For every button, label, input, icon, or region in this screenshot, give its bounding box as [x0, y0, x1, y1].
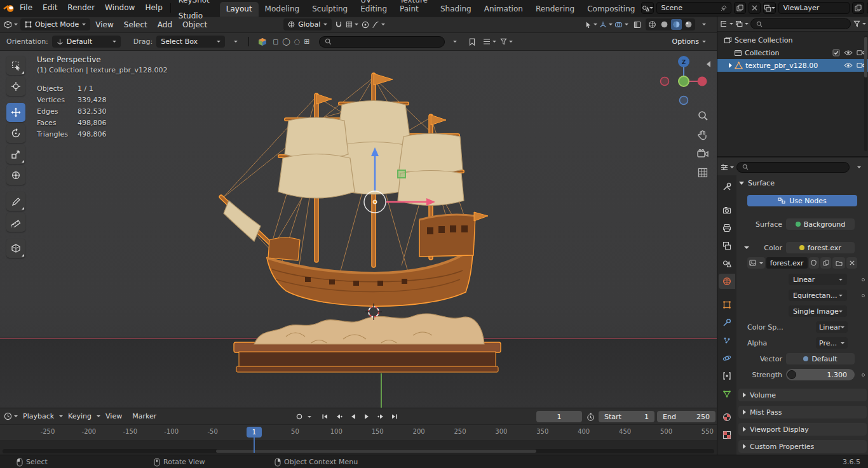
show-gizmo-dropdown[interactable]	[599, 18, 613, 30]
gizmo-y-axis[interactable]	[679, 76, 689, 86]
viewport-display-panel-header[interactable]: Viewport Display	[738, 423, 867, 436]
animate-decorator[interactable]	[862, 373, 865, 377]
surface-shader-button[interactable]: Background	[786, 218, 855, 230]
viewlayer-name-field[interactable]: ViewLayer	[778, 2, 850, 14]
shading-rendered-button[interactable]	[683, 19, 694, 30]
tool-search-input[interactable]	[319, 36, 445, 48]
tab-texture-paint[interactable]: Texture Paint	[393, 0, 434, 17]
alpha-mode-dropdown[interactable]: Pre...	[816, 337, 848, 349]
jump-to-start-button[interactable]	[319, 411, 330, 422]
color-expanded-icon[interactable]	[744, 246, 749, 249]
toggle-ortho-button[interactable]	[696, 166, 709, 179]
collection-list-dropdown[interactable]	[483, 36, 496, 48]
tab-physics-properties[interactable]	[719, 351, 735, 366]
annotate-tool[interactable]	[6, 192, 25, 211]
pan-hand-button[interactable]	[696, 128, 709, 141]
tab-layout[interactable]: Layout	[220, 2, 259, 17]
use-preview-range-toggle[interactable]	[585, 411, 596, 422]
scene-browse-button[interactable]	[641, 2, 654, 14]
eye-icon[interactable]	[844, 50, 853, 56]
snap-toggle[interactable]	[332, 18, 345, 30]
surface-panel-header[interactable]: Surface	[739, 177, 775, 189]
viewlayer-browse-button[interactable]	[763, 2, 776, 14]
outliner-filter-button[interactable]	[853, 18, 866, 30]
cursor-tool[interactable]	[6, 77, 25, 96]
projection-dropdown[interactable]: Equirectan...	[789, 290, 847, 301]
options-dropdown[interactable]: Options	[668, 36, 710, 48]
blender-logo-icon[interactable]	[3, 2, 15, 14]
eye-icon[interactable]	[844, 62, 853, 69]
tab-shading[interactable]: Shading	[434, 2, 478, 17]
proportional-falloff-dropdown[interactable]	[372, 18, 385, 30]
pin-icon[interactable]	[721, 5, 727, 11]
vector-input-button[interactable]: Default	[786, 353, 855, 364]
current-frame-field[interactable]: 1	[536, 411, 582, 422]
tab-render-properties[interactable]	[719, 203, 735, 218]
menu-keyshot-studio[interactable]: KeyShot Studio	[173, 0, 215, 24]
select-mode-dropdown[interactable]	[229, 36, 242, 48]
mist-pass-panel-header[interactable]: Mist Pass	[738, 406, 867, 418]
strength-slider[interactable]: 1.300	[786, 369, 855, 380]
scene-name-field[interactable]: Scene	[656, 2, 731, 14]
add-cube-tool[interactable]	[6, 239, 25, 258]
auto-keying-toggle[interactable]	[294, 411, 305, 422]
rotate-tool[interactable]	[6, 124, 25, 143]
new-scene-button[interactable]	[734, 2, 746, 14]
gizmo-x-neg-axis[interactable]	[661, 77, 669, 86]
snap-dotted-icon[interactable]: ◌	[294, 38, 301, 45]
transform-orientation-dropdown[interactable]: Global	[283, 18, 332, 30]
orientation-default-dropdown[interactable]: Default	[52, 36, 121, 48]
proportional-editing-toggle[interactable]	[358, 18, 372, 30]
image-source-dropdown[interactable]: Single Image	[789, 305, 847, 317]
tab-view-layer-properties[interactable]	[719, 238, 735, 253]
image-name-field[interactable]: forest.exr	[766, 257, 808, 269]
select-box-tool[interactable]	[6, 56, 25, 75]
timeline-scrollbar[interactable]	[3, 449, 714, 453]
volume-panel-header[interactable]: Volume	[738, 389, 867, 401]
camera-view-button[interactable]	[696, 147, 709, 160]
editor-type-properties-button[interactable]	[721, 161, 734, 173]
editor-type-outliner-button[interactable]	[720, 18, 733, 30]
timeline-scrollbar-thumb[interactable]	[216, 450, 536, 453]
gizmo-x-axis[interactable]	[698, 77, 707, 86]
properties-search-input[interactable]	[736, 162, 850, 173]
colorspace-dropdown[interactable]: Linear	[816, 321, 848, 333]
unlink-image-button[interactable]	[846, 257, 857, 269]
timeline-track[interactable]	[0, 440, 717, 455]
delete-scene-button[interactable]	[749, 2, 761, 14]
image-browse-button[interactable]	[747, 257, 765, 269]
drag-mode-dropdown[interactable]: Select Box	[156, 36, 225, 48]
shading-material-preview-button[interactable]	[671, 19, 682, 30]
color-input-button[interactable]: forest.exr	[786, 242, 855, 253]
jump-to-end-button[interactable]	[389, 411, 400, 422]
show-overlays-dropdown[interactable]	[614, 18, 628, 30]
transform-tool[interactable]	[6, 166, 25, 185]
tab-animation[interactable]: Animation	[478, 2, 529, 17]
interpolation-dropdown[interactable]: Linear	[789, 274, 847, 285]
bookmark-button[interactable]	[466, 36, 479, 48]
outliner-scrollbar-thumb[interactable]	[864, 37, 867, 77]
menu-file[interactable]: File	[15, 0, 37, 16]
shading-solid-button[interactable]	[659, 19, 670, 30]
tab-modeling[interactable]: Modeling	[259, 2, 306, 17]
snap-base-icon[interactable]: ◻	[273, 38, 278, 45]
play-reverse-button[interactable]	[347, 411, 358, 422]
tab-particle-properties[interactable]	[719, 333, 735, 348]
sidebar-toggle-arrow[interactable]	[707, 61, 710, 67]
move-tool[interactable]	[6, 103, 25, 122]
menu-playback[interactable]: Playback	[18, 412, 59, 420]
properties-options-dropdown[interactable]	[852, 161, 865, 173]
tab-output-properties[interactable]	[719, 220, 735, 236]
tab-object-data-properties[interactable]	[719, 386, 735, 401]
tab-scene-properties[interactable]	[719, 256, 735, 271]
menu-marker[interactable]: Marker	[127, 412, 161, 420]
scale-tool[interactable]	[6, 145, 25, 164]
fake-user-button[interactable]	[809, 257, 820, 269]
shading-settings-dropdown[interactable]	[697, 18, 710, 30]
menu-edit[interactable]: Edit	[37, 0, 62, 16]
shading-wireframe-button[interactable]	[647, 19, 658, 30]
playhead[interactable]: 1	[247, 427, 262, 438]
duplicate-image-button[interactable]	[820, 257, 831, 269]
menu-render[interactable]: Render	[62, 0, 100, 16]
tab-material-properties[interactable]	[719, 410, 735, 425]
